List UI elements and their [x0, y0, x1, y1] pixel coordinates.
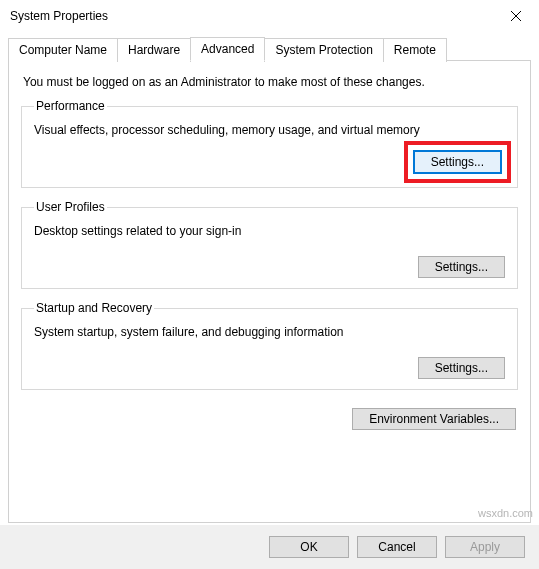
group-performance: Performance Visual effects, processor sc… [21, 99, 518, 188]
tab-computer-name[interactable]: Computer Name [8, 38, 118, 62]
ok-button[interactable]: OK [269, 536, 349, 558]
group-startup-recovery-legend: Startup and Recovery [34, 301, 154, 315]
annotation-highlight: Settings... [404, 141, 511, 183]
group-startup-recovery-desc: System startup, system failure, and debu… [34, 325, 505, 339]
titlebar: System Properties [0, 0, 539, 32]
group-performance-legend: Performance [34, 99, 107, 113]
close-icon [510, 10, 522, 22]
group-user-profiles: User Profiles Desktop settings related t… [21, 200, 518, 289]
group-user-profiles-legend: User Profiles [34, 200, 107, 214]
intro-text: You must be logged on as an Administrato… [23, 75, 516, 89]
environment-variables-button[interactable]: Environment Variables... [352, 408, 516, 430]
performance-settings-button[interactable]: Settings... [413, 150, 502, 174]
group-user-profiles-desc: Desktop settings related to your sign-in [34, 224, 505, 238]
group-startup-recovery: Startup and Recovery System startup, sys… [21, 301, 518, 390]
tab-strip: Computer Name Hardware Advanced System P… [8, 36, 531, 61]
window-title: System Properties [10, 9, 108, 23]
startup-recovery-settings-button[interactable]: Settings... [418, 357, 505, 379]
tabs-container: Computer Name Hardware Advanced System P… [0, 32, 539, 523]
cancel-button[interactable]: Cancel [357, 536, 437, 558]
dialog-button-bar: OK Cancel Apply [0, 525, 539, 569]
tab-advanced[interactable]: Advanced [190, 37, 265, 61]
apply-button[interactable]: Apply [445, 536, 525, 558]
close-button[interactable] [493, 0, 539, 32]
tab-panel-advanced: You must be logged on as an Administrato… [8, 61, 531, 523]
tab-system-protection[interactable]: System Protection [264, 38, 383, 62]
watermark: wsxdn.com [478, 507, 533, 519]
group-performance-desc: Visual effects, processor scheduling, me… [34, 123, 505, 137]
tab-hardware[interactable]: Hardware [117, 38, 191, 62]
user-profiles-settings-button[interactable]: Settings... [418, 256, 505, 278]
tab-remote[interactable]: Remote [383, 38, 447, 62]
